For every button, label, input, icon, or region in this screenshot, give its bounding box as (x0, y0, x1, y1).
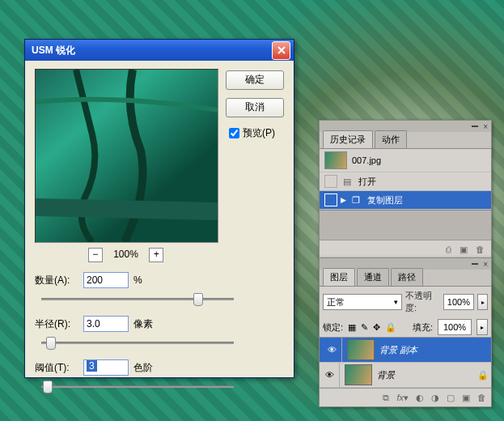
snapshot-icon[interactable]: ⎙ (446, 245, 451, 254)
zoom-controls: − 100% + (35, 248, 217, 262)
usm-sharpen-dialog: USM 锐化 − 100% + 数量(A): % 半径(R): 像素 阈值(T)… (24, 39, 294, 378)
layer-name[interactable]: 背景 副本 (379, 344, 472, 356)
layer-thumbnail (347, 339, 375, 360)
threshold-slider[interactable] (41, 379, 234, 393)
dialog-titlebar[interactable]: USM 锐化 (25, 40, 294, 61)
zoom-out-button[interactable]: − (88, 248, 103, 262)
history-panel: × 历史记录 动作 007.jpg ▤ 打开 ▶ ❐ 复制图层 ⎙ ▣ 🗑 (319, 120, 492, 259)
history-footer: ⎙ ▣ 🗑 (320, 240, 491, 258)
threshold-label: 阈值(T): (35, 361, 83, 375)
opacity-flyout[interactable]: ▸ (477, 294, 488, 310)
radius-label: 半径(R): (35, 317, 83, 331)
fx-icon[interactable]: fx▾ (396, 393, 409, 403)
amount-input[interactable] (83, 272, 129, 288)
link-icon[interactable]: ⧉ (383, 393, 389, 403)
panel-close-icon[interactable]: × (483, 122, 488, 131)
trash-icon[interactable]: 🗑 (476, 245, 485, 254)
tab-layers[interactable]: 图层 (323, 268, 355, 286)
preview-checkbox[interactable]: 预览(P) (226, 125, 282, 141)
radius-input[interactable] (83, 316, 129, 332)
history-item-duplicate-layer[interactable]: ▶ ❐ 复制图层 (320, 191, 491, 210)
lock-transparency-icon[interactable]: ▦ (348, 322, 356, 333)
history-item-label: 复制图层 (367, 194, 403, 206)
new-state-icon[interactable]: ▣ (460, 245, 468, 255)
blend-mode-select[interactable]: 正常 ▾ (323, 294, 402, 310)
threshold-unit: 色阶 (133, 361, 153, 375)
lock-label: 锁定: (323, 321, 343, 334)
history-empty-area (320, 210, 491, 240)
lock-all-icon[interactable]: 🔒 (385, 322, 396, 333)
fill-value[interactable]: 100% (438, 319, 472, 335)
tab-paths[interactable]: 路径 (391, 268, 423, 286)
fill-label: 填充: (413, 321, 433, 334)
layers-footer: ⧉ fx▾ ◐ ◑ ▢ ▣ 🗑 (320, 388, 491, 406)
close-icon (277, 46, 286, 54)
layer-row-bg[interactable]: 👁 背景 🔒 (320, 363, 491, 388)
amount-label: 数量(A): (35, 274, 83, 287)
visibility-icon[interactable]: 👁 (322, 338, 342, 362)
threshold-input[interactable]: 3 (83, 359, 129, 376)
zoom-level: 100% (113, 249, 138, 260)
lock-move-icon[interactable]: ✥ (373, 322, 380, 333)
zoom-in-button[interactable]: + (149, 248, 163, 262)
new-layer-icon[interactable]: ▣ (462, 393, 470, 403)
layers-icon: ❐ (349, 195, 362, 206)
panel-close-icon[interactable]: × (483, 260, 488, 269)
trash-icon[interactable]: 🗑 (477, 393, 486, 402)
visibility-icon[interactable]: 👁 (320, 363, 340, 387)
mask-icon[interactable]: ◐ (416, 393, 424, 403)
tab-channels[interactable]: 通道 (357, 268, 389, 286)
document-icon: ▤ (341, 176, 354, 187)
layers-panel: × 图层 通道 路径 正常 ▾ 不透明度: 100% ▸ 锁定: ▦ ✎ ✥ 🔒… (319, 257, 492, 407)
blend-mode-value: 正常 (327, 296, 345, 308)
fill-flyout[interactable]: ▸ (476, 319, 488, 335)
history-item-label: 打开 (358, 176, 376, 188)
chevron-down-icon: ▾ (394, 298, 398, 306)
minimize-icon[interactable] (472, 263, 478, 265)
preview-check-input[interactable] (229, 128, 239, 138)
lock-icon: 🔒 (475, 370, 491, 381)
history-item-open[interactable]: ▤ 打开 (320, 172, 491, 191)
play-marker-icon: ▶ (341, 196, 346, 204)
opacity-value[interactable]: 100% (443, 294, 474, 310)
lock-paint-icon[interactable]: ✎ (361, 322, 368, 333)
close-button[interactable] (272, 41, 290, 60)
doc-thumbnail (324, 151, 347, 169)
layer-row-bg-copy[interactable]: 👁 背景 副本 (320, 338, 491, 363)
minimize-icon[interactable] (472, 125, 478, 127)
cancel-button[interactable]: 取消 (226, 98, 284, 117)
radius-slider[interactable] (41, 335, 234, 350)
layer-name[interactable]: 背景 (377, 369, 475, 381)
layer-thumbnail (345, 364, 372, 385)
adjustment-icon[interactable]: ◑ (431, 393, 439, 403)
folder-icon[interactable]: ▢ (447, 393, 455, 403)
preview-image[interactable] (35, 69, 218, 243)
amount-unit: % (133, 274, 142, 286)
opacity-label: 不透明度: (405, 290, 440, 314)
dialog-title: USM 锐化 (32, 44, 272, 57)
doc-name: 007.jpg (352, 155, 381, 165)
tab-history[interactable]: 历史记录 (323, 130, 373, 148)
amount-slider[interactable] (41, 291, 234, 306)
tab-actions[interactable]: 动作 (375, 130, 407, 148)
preview-check-label: 预览(P) (243, 126, 275, 140)
history-document-row[interactable]: 007.jpg (320, 149, 491, 172)
ok-button[interactable]: 确定 (226, 70, 284, 90)
radius-unit: 像素 (133, 317, 153, 331)
